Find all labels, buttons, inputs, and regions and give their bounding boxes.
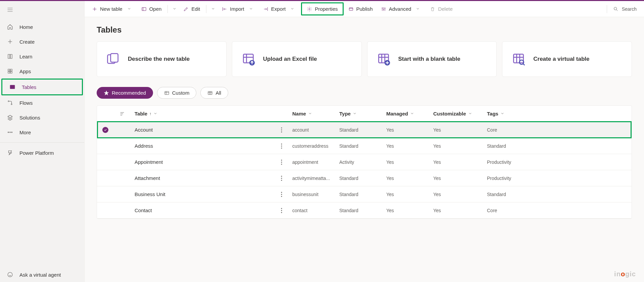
row-more-button[interactable] (275, 208, 288, 213)
table-row[interactable]: Address customeraddress Standard Yes Yes… (97, 138, 632, 154)
home-icon (7, 23, 13, 30)
advanced-button[interactable]: Advanced (378, 2, 426, 16)
row-managed: Yes (382, 127, 429, 133)
row-table-name: Address (131, 143, 275, 149)
search-button[interactable]: Search (610, 4, 640, 14)
chevron-down-icon[interactable] (308, 111, 312, 116)
sidebar-item-create[interactable]: Create (0, 34, 84, 49)
sidebar-item-learn[interactable]: Learn (0, 49, 84, 64)
new-table-button[interactable]: New table (89, 2, 137, 16)
sidebar-item-flows[interactable]: Flows (0, 95, 84, 110)
row-table-name: Attachment (131, 175, 275, 181)
card-label: Start with a blank table (398, 56, 460, 62)
table-row[interactable]: Account account Standard Yes Yes Core (97, 122, 632, 138)
svg-point-35 (281, 196, 282, 197)
col-customizable[interactable]: Customizable (429, 111, 483, 116)
table-row[interactable]: Contact contact Standard Yes Yes Core (97, 202, 632, 219)
chevron-down-icon[interactable] (468, 111, 472, 116)
svg-point-34 (281, 194, 282, 195)
sidebar-item-more[interactable]: More (0, 125, 84, 140)
chat-icon (7, 271, 13, 278)
pill-all[interactable]: All (200, 87, 228, 99)
cmd-label: Properties (315, 6, 338, 12)
hamburger-button[interactable] (0, 1, 84, 19)
open-button[interactable]: Open (138, 4, 165, 14)
svg-point-36 (281, 208, 282, 209)
cmd-label: New table (100, 6, 122, 12)
chevron-down-icon[interactable] (414, 4, 422, 14)
plus-icon (7, 38, 13, 45)
sidebar-item-apps[interactable]: Apps (0, 64, 84, 79)
chevron-down-icon[interactable] (500, 111, 504, 116)
row-more-button[interactable] (275, 176, 288, 181)
properties-button[interactable]: Properties (303, 4, 341, 14)
row-more-button[interactable] (275, 143, 288, 149)
row-name: businessunit (288, 192, 335, 197)
row-more-button[interactable] (275, 159, 288, 165)
svg-point-31 (281, 178, 282, 179)
row-type: Standard (335, 143, 382, 149)
chevron-down-icon[interactable] (410, 111, 414, 116)
table-row[interactable]: Appointment appointment Activity Yes Yes… (97, 154, 632, 170)
edit-dropdown[interactable] (209, 4, 217, 14)
virtual-table-icon (510, 51, 527, 67)
check-icon[interactable] (102, 127, 108, 133)
table-header: Table ↑ Name Type Managed (97, 106, 632, 122)
sidebar-item-solutions[interactable]: Solutions (0, 110, 84, 125)
chevron-down-icon[interactable] (153, 111, 157, 116)
row-tags: Core (483, 127, 530, 133)
svg-point-38 (281, 212, 282, 213)
svg-rect-17 (514, 54, 524, 63)
svg-rect-19 (165, 91, 169, 94)
chevron-down-icon[interactable] (353, 111, 357, 116)
sidebar-item-tables[interactable]: Tables (2, 80, 82, 94)
chevron-down-icon[interactable] (247, 4, 255, 14)
sidebar-item-power-platform[interactable]: Power Platform (0, 145, 84, 160)
cmd-label: Delete (438, 6, 452, 12)
svg-rect-0 (10, 85, 15, 89)
publish-button[interactable]: Publish (345, 4, 376, 14)
row-type: Standard (335, 192, 382, 197)
row-type: Standard (335, 176, 382, 181)
col-managed[interactable]: Managed (382, 111, 429, 116)
command-bar: New table Open Edit Import Exp (85, 1, 644, 17)
pill-recommended[interactable]: Recommended (97, 87, 153, 99)
card-upload-excel[interactable]: Upload an Excel file (232, 41, 362, 77)
svg-point-27 (281, 159, 282, 160)
col-name[interactable]: Name (288, 111, 335, 116)
svg-point-25 (281, 145, 282, 146)
sidebar: Home Create Learn Apps Tables (0, 1, 85, 282)
chevron-down-icon[interactable] (125, 4, 133, 14)
edit-button[interactable]: Edit (180, 4, 203, 14)
svg-point-28 (281, 161, 282, 162)
sort-icon[interactable] (114, 111, 131, 116)
col-type[interactable]: Type (335, 111, 382, 116)
sidebar-item-label: Tables (22, 84, 36, 90)
row-name: activitymimeatta... (288, 176, 335, 181)
sidebar-item-home[interactable]: Home (0, 19, 84, 34)
cmd-label: Export (271, 6, 286, 12)
svg-point-6 (8, 272, 12, 277)
row-more-button[interactable] (275, 127, 288, 133)
col-table[interactable]: Table ↑ (131, 111, 275, 116)
col-tags[interactable]: Tags (483, 111, 530, 116)
table-row[interactable]: Attachment activitymimeatta... Standard … (97, 170, 632, 186)
cmd-label: Advanced (389, 6, 411, 12)
export-button[interactable]: Export (260, 2, 300, 16)
svg-point-26 (281, 147, 282, 148)
row-more-button[interactable] (275, 192, 288, 197)
pill-custom[interactable]: Custom (157, 87, 197, 99)
chevron-down-icon[interactable] (288, 4, 296, 14)
import-button[interactable]: Import (218, 2, 258, 16)
card-blank-table[interactable]: Start with a blank table (367, 41, 497, 77)
card-virtual-table[interactable]: Create a virtual table (502, 41, 632, 77)
row-table-name: Contact (131, 207, 275, 213)
card-describe-table[interactable]: Describe the new table (97, 41, 227, 77)
ask-agent-label: Ask a virtual agent (19, 272, 61, 278)
open-dropdown[interactable] (170, 4, 179, 14)
search-label: Search (622, 6, 637, 12)
table-row[interactable]: Business Unit businessunit Standard Yes … (97, 186, 632, 202)
layers-icon (7, 114, 13, 121)
watermark: inogic (614, 270, 636, 278)
ask-virtual-agent[interactable]: Ask a virtual agent (0, 267, 84, 282)
